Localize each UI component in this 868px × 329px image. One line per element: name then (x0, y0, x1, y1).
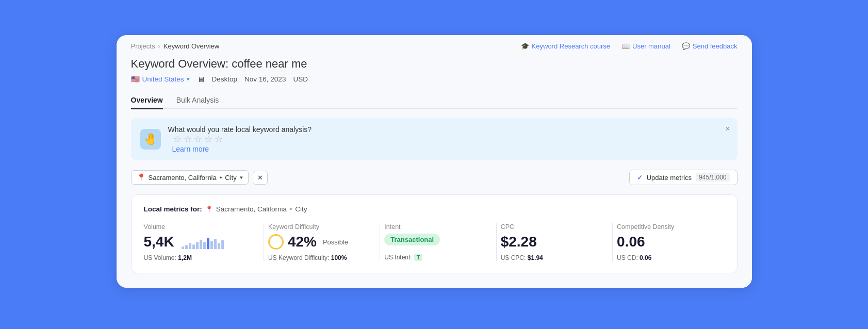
manual-label: User manual (632, 42, 670, 50)
tab-overview[interactable]: Overview (131, 92, 163, 109)
feedback-question: What would you rate local keyword analys… (168, 125, 312, 134)
cpc-label: CPC (501, 223, 600, 231)
tab-bulk-analysis[interactable]: Bulk Analysis (176, 92, 219, 109)
bar-1 (182, 246, 184, 249)
top-links-container: 🎓 Keyword Research course 📖 User manual … (521, 42, 738, 50)
volume-number: 5,4K (144, 234, 174, 250)
volume-label: Volume (144, 223, 251, 231)
kd-us: US Keyword Difficulty: 100% (268, 254, 367, 261)
kd-value-row: 42% Possible (268, 234, 367, 250)
feedback-banner: 🤚 What would you rate local keyword anal… (131, 118, 738, 160)
update-metrics-button[interactable]: ✓ Update metrics 945/1,000 (629, 170, 738, 185)
bar-10 (214, 239, 217, 249)
metrics-location: Sacramento, California (216, 205, 287, 213)
kd-metric: Keyword Difficulty 42% Possible US Keywo… (260, 223, 375, 261)
close-banner-button[interactable]: × (725, 124, 730, 134)
page-title: Keyword Overview: coffee near me (131, 55, 738, 71)
breadcrumb: Projects › Keyword Overview (131, 42, 220, 50)
location-pin-small-icon: 📍 (205, 206, 213, 213)
bar-2 (185, 245, 188, 249)
star-2[interactable]: ☆ (184, 134, 192, 145)
volume-metric: Volume 5,4K (144, 223, 259, 261)
location-filter[interactable]: 📍 Sacramento, California • City ▾ (131, 170, 249, 185)
us-intent-label: US Intent: (384, 254, 412, 261)
check-icon: ✓ (637, 174, 643, 182)
feedback-hand-icon: 🤚 (140, 129, 161, 150)
kd-us-value: 100% (331, 254, 347, 261)
bar-9 (210, 241, 213, 249)
tabs-container: Overview Bulk Analysis (131, 92, 738, 109)
meta-row: 🇺🇸 United States ▾ 🖥 Desktop Nov 16, 202… (131, 75, 738, 84)
main-content: Keyword Overview: coffee near me 🇺🇸 Unit… (117, 55, 752, 288)
manual-link[interactable]: 📖 User manual (621, 42, 670, 50)
inner-card: Projects › Keyword Overview 🎓 Keyword Re… (117, 35, 752, 288)
breadcrumb-parent[interactable]: Projects (131, 42, 155, 50)
cpc-us-value: $1.94 (528, 254, 543, 261)
country-label: United States (142, 75, 184, 83)
volume-chart (182, 235, 224, 249)
cd-label: Competitive Density (617, 223, 716, 231)
location-name: Sacramento, California (149, 174, 217, 182)
volume-us: US Volume: 1,2M (144, 254, 251, 261)
local-metrics-header: Local metrics for: 📍 Sacramento, Califor… (144, 205, 725, 213)
clear-location-button[interactable]: ✕ (253, 171, 268, 185)
metrics-card: Local metrics for: 📍 Sacramento, Califor… (131, 194, 738, 273)
intent-badge: Transactional (384, 234, 440, 245)
course-link[interactable]: 🎓 Keyword Research course (521, 42, 610, 50)
cpc-us-label: US CPC: (501, 254, 526, 261)
update-count: 945/1,000 (696, 173, 729, 182)
bar-4 (192, 244, 195, 249)
breadcrumb-separator: › (158, 42, 160, 50)
location-pin-icon: 📍 (137, 173, 145, 182)
feedback-link[interactable]: 💬 Send feedback (682, 42, 738, 50)
feedback-label: Send feedback (693, 42, 738, 50)
breadcrumb-current: Keyword Overview (163, 42, 219, 50)
title-bold: Keyword Overview: (131, 57, 229, 70)
metrics-location-dot: • (290, 206, 292, 213)
intent-us: US Intent: T (384, 254, 483, 261)
bar-7 (203, 242, 206, 249)
bar-11 (218, 243, 220, 249)
country-chevron-icon: ▾ (187, 76, 190, 83)
kd-descriptor: Possible (323, 238, 348, 246)
filter-row: 📍 Sacramento, California • City ▾ ✕ ✓ Up… (131, 170, 738, 185)
cd-us: US CD: 0.06 (617, 254, 716, 261)
location-separator: • (220, 174, 222, 182)
star-3[interactable]: ☆ (194, 134, 202, 145)
cd-value: 0.06 (617, 234, 716, 250)
metrics-location-type: City (295, 205, 307, 213)
currency-label: USD (293, 75, 308, 83)
feedback-text: What would you rate local keyword analys… (168, 125, 728, 153)
bar-3 (189, 243, 191, 249)
device-icon: 🖥 (197, 75, 205, 84)
cd-us-value: 0.06 (640, 254, 651, 261)
cd-metric: Competitive Density 0.06 US CD: 0.06 (609, 223, 724, 261)
course-label: Keyword Research course (532, 42, 610, 50)
us-intent-row: US Intent: T (384, 254, 422, 261)
course-icon: 🎓 (521, 42, 529, 50)
cpc-us: US CPC: $1.94 (501, 254, 600, 261)
star-5[interactable]: ☆ (215, 134, 223, 145)
cpc-metric: CPC $2.28 US CPC: $1.94 (493, 223, 608, 261)
learn-more-link[interactable]: Learn more (172, 145, 209, 153)
bar-6 (200, 240, 202, 249)
flag-icon: 🇺🇸 (131, 75, 140, 83)
kd-us-label: US Keyword Difficulty: (268, 254, 329, 261)
device-label: Desktop (212, 75, 238, 83)
feedback-icon-top: 💬 (682, 42, 690, 50)
title-keyword: coffee near me (232, 57, 307, 70)
date-label: Nov 16, 2023 (244, 75, 286, 83)
intent-metric: Intent Transactional US Intent: T (376, 223, 492, 261)
local-for-label: Local metrics for: (144, 205, 202, 213)
star-rating[interactable]: ☆ ☆ ☆ ☆ ☆ (173, 134, 728, 145)
star-1[interactable]: ☆ (173, 134, 182, 145)
volume-us-label: US Volume: (144, 254, 176, 261)
volume-value-row: 5,4K (144, 234, 251, 250)
metrics-grid: Volume 5,4K (144, 223, 725, 261)
country-selector[interactable]: 🇺🇸 United States ▾ (131, 75, 190, 83)
bar-8 (207, 238, 209, 249)
update-label: Update metrics (647, 174, 692, 182)
top-nav: Projects › Keyword Overview 🎓 Keyword Re… (117, 35, 752, 55)
location-chevron-icon: ▾ (240, 174, 243, 181)
star-4[interactable]: ☆ (204, 134, 212, 145)
